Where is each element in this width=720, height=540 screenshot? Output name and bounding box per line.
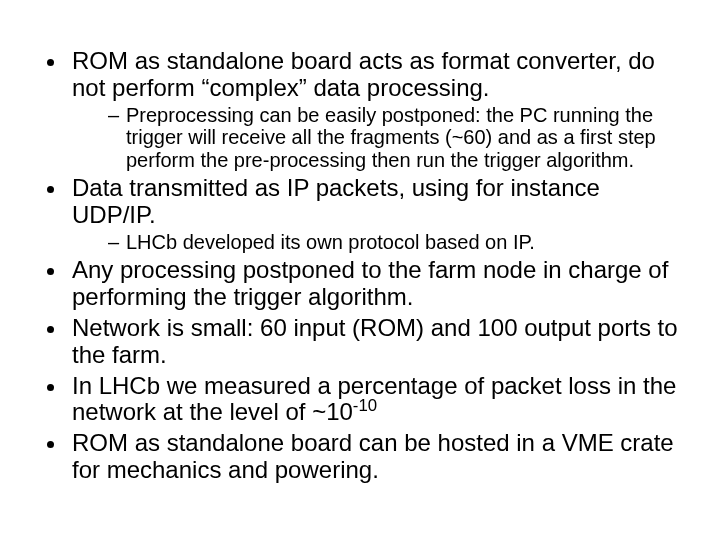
sub-list-item: Preprocessing can be easily postponed: t…	[108, 104, 680, 171]
exponent: -10	[353, 396, 377, 415]
list-item-text: Network is small: 60 input (ROM) and 100…	[72, 314, 678, 368]
list-item-text: Data transmitted as IP packets, using fo…	[72, 174, 600, 228]
bullet-list: ROM as standalone board acts as format c…	[40, 48, 680, 484]
list-item-text: ROM as standalone board can be hosted in…	[72, 429, 674, 483]
sub-list-item-text: LHCb developed its own protocol based on…	[126, 231, 535, 253]
sub-list-item-text: Preprocessing can be easily postponed: t…	[126, 104, 656, 171]
sub-list: Preprocessing can be easily postponed: t…	[72, 104, 680, 171]
sub-list: LHCb developed its own protocol based on…	[72, 231, 680, 253]
list-item: In LHCb we measured a percentage of pack…	[68, 373, 680, 427]
list-item: Any processing postponed to the farm nod…	[68, 257, 680, 311]
list-item: Data transmitted as IP packets, using fo…	[68, 175, 680, 253]
list-item: ROM as standalone board acts as format c…	[68, 48, 680, 171]
list-item: ROM as standalone board can be hosted in…	[68, 430, 680, 484]
list-item: Network is small: 60 input (ROM) and 100…	[68, 315, 680, 369]
slide: ROM as standalone board acts as format c…	[0, 0, 720, 540]
list-item-text: Any processing postponed to the farm nod…	[72, 256, 668, 310]
list-item-text: ROM as standalone board acts as format c…	[72, 47, 655, 101]
sub-list-item: LHCb developed its own protocol based on…	[108, 231, 680, 253]
